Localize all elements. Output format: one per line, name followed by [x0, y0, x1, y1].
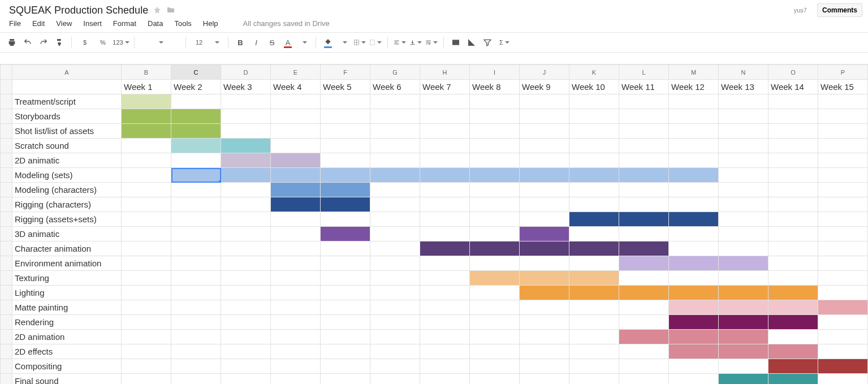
- cell[interactable]: [171, 256, 221, 271]
- cell[interactable]: [569, 359, 619, 374]
- cell[interactable]: [122, 153, 171, 168]
- cell[interactable]: [122, 315, 171, 330]
- column-header[interactable]: P: [818, 65, 868, 80]
- cell[interactable]: [321, 183, 370, 197]
- column-header[interactable]: M: [669, 65, 719, 80]
- cell[interactable]: [768, 344, 818, 359]
- task-label-cell[interactable]: Treatment/script: [12, 94, 122, 109]
- cell[interactable]: [520, 286, 569, 300]
- cell[interactable]: [818, 139, 868, 153]
- cell[interactable]: [768, 139, 818, 153]
- cell[interactable]: [221, 315, 271, 330]
- cell[interactable]: [271, 168, 321, 183]
- cell[interactable]: [520, 315, 569, 330]
- cell[interactable]: [370, 330, 420, 344]
- cell[interactable]: [321, 109, 370, 124]
- cell[interactable]: [321, 241, 370, 256]
- cell[interactable]: [768, 315, 818, 330]
- cell[interactable]: [470, 286, 520, 300]
- cell[interactable]: [470, 227, 520, 241]
- menu-help[interactable]: Help: [203, 19, 218, 28]
- cell[interactable]: [669, 139, 719, 153]
- task-label-cell[interactable]: Rendering: [12, 315, 122, 330]
- strike-button[interactable]: S: [266, 36, 278, 49]
- row-header[interactable]: [1, 256, 12, 271]
- cell[interactable]: [669, 109, 719, 124]
- cell[interactable]: [171, 197, 221, 212]
- cell[interactable]: [370, 139, 420, 153]
- cell[interactable]: [669, 227, 719, 241]
- cell[interactable]: [420, 168, 470, 183]
- cell[interactable]: [768, 227, 818, 241]
- cell[interactable]: [271, 183, 321, 197]
- cell[interactable]: [768, 168, 818, 183]
- cell[interactable]: [470, 374, 520, 385]
- cell[interactable]: [619, 212, 669, 227]
- comments-button[interactable]: Comments: [817, 3, 862, 17]
- row-header[interactable]: [1, 300, 12, 315]
- cell[interactable]: [470, 300, 520, 315]
- cell[interactable]: [171, 153, 221, 168]
- cell[interactable]: [818, 256, 868, 271]
- cell[interactable]: [221, 212, 271, 227]
- cell[interactable]: [818, 227, 868, 241]
- cell[interactable]: [370, 212, 420, 227]
- cell[interactable]: [171, 286, 221, 300]
- cell[interactable]: [768, 300, 818, 315]
- cell[interactable]: [569, 330, 619, 344]
- column-header[interactable]: D: [221, 65, 271, 80]
- cell[interactable]: [619, 183, 669, 197]
- cell[interactable]: [221, 124, 271, 139]
- cell[interactable]: [470, 139, 520, 153]
- cell[interactable]: [569, 227, 619, 241]
- task-label-cell[interactable]: Final sound: [12, 374, 122, 385]
- cell[interactable]: [122, 124, 171, 139]
- paint-format-icon[interactable]: [53, 36, 66, 49]
- cell[interactable]: [619, 227, 669, 241]
- cell[interactable]: [818, 241, 868, 256]
- cell[interactable]: [271, 94, 321, 109]
- cell[interactable]: [470, 344, 520, 359]
- cell[interactable]: [470, 153, 520, 168]
- week-header-cell[interactable]: Week 9: [520, 80, 569, 94]
- fill-color-dropdown[interactable]: [338, 36, 350, 49]
- row-header[interactable]: [1, 227, 12, 241]
- filter-icon[interactable]: [481, 36, 494, 49]
- cell[interactable]: [271, 330, 321, 344]
- cell[interactable]: [370, 168, 420, 183]
- cell[interactable]: [569, 315, 619, 330]
- cell[interactable]: [171, 183, 221, 197]
- cell[interactable]: [171, 212, 221, 227]
- column-header[interactable]: A: [12, 65, 122, 80]
- cell[interactable]: [719, 241, 768, 256]
- cell[interactable]: [122, 94, 171, 109]
- cell[interactable]: [420, 286, 470, 300]
- cell[interactable]: [768, 124, 818, 139]
- cell[interactable]: [271, 300, 321, 315]
- cell[interactable]: [321, 168, 370, 183]
- cell[interactable]: [768, 197, 818, 212]
- halign-button[interactable]: [394, 36, 406, 49]
- cell[interactable]: [420, 271, 470, 286]
- cell[interactable]: [719, 139, 768, 153]
- text-color-dropdown[interactable]: [297, 36, 310, 49]
- cell[interactable]: [321, 197, 370, 212]
- cell[interactable]: [420, 241, 470, 256]
- cell[interactable]: [221, 139, 271, 153]
- column-header[interactable]: G: [370, 65, 420, 80]
- cell[interactable]: [719, 344, 768, 359]
- cell[interactable]: [171, 271, 221, 286]
- cell[interactable]: [171, 330, 221, 344]
- cell[interactable]: [321, 374, 370, 385]
- cell[interactable]: [719, 286, 768, 300]
- cell[interactable]: [171, 315, 221, 330]
- column-header[interactable]: O: [768, 65, 818, 80]
- cell[interactable]: [420, 359, 470, 374]
- cell[interactable]: [818, 271, 868, 286]
- row-header[interactable]: [1, 359, 12, 374]
- week-header-cell[interactable]: Week 12: [669, 80, 719, 94]
- cell[interactable]: [221, 344, 271, 359]
- column-header[interactable]: E: [271, 65, 321, 80]
- star-icon[interactable]: [153, 6, 162, 15]
- cell[interactable]: [569, 124, 619, 139]
